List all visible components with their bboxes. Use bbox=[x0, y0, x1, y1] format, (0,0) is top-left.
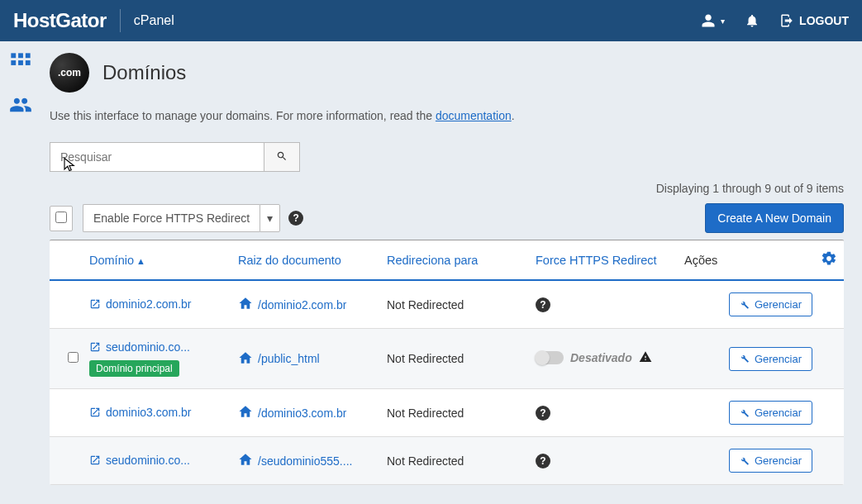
domain-link[interactable]: dominio2.com.br bbox=[89, 297, 192, 311]
svg-rect-4 bbox=[18, 60, 23, 65]
page-icon: .com bbox=[50, 53, 89, 93]
warning-icon bbox=[639, 350, 652, 366]
logout-button[interactable]: LOGOUT bbox=[779, 13, 849, 28]
page-header: .com Domínios bbox=[50, 53, 844, 93]
svg-rect-5 bbox=[26, 60, 31, 65]
https-help-icon[interactable]: ? bbox=[536, 297, 550, 312]
domain-link[interactable]: dominio3.com.br bbox=[89, 406, 192, 419]
home-icon bbox=[238, 296, 253, 313]
redirect-status: Not Redirected bbox=[387, 407, 464, 420]
select-all-checkbox[interactable] bbox=[55, 212, 67, 223]
intro-text: Use this interface to manage your domain… bbox=[50, 109, 844, 122]
table-settings-icon[interactable] bbox=[821, 250, 837, 269]
main-domain-badge: Domínio principal bbox=[89, 360, 179, 377]
https-disabled-label: Desativado bbox=[570, 351, 632, 364]
users-icon[interactable] bbox=[9, 93, 32, 119]
redirect-status: Not Redirected bbox=[387, 298, 464, 311]
redirect-status: Not Redirected bbox=[387, 352, 464, 365]
domain-link[interactable]: seudominio.co... bbox=[89, 340, 190, 354]
main-content: .com Domínios Use this interface to mana… bbox=[41, 41, 862, 502]
force-https-dropdown[interactable]: ▾ bbox=[260, 204, 280, 232]
doc-root-link[interactable]: /public_html bbox=[238, 350, 320, 368]
doc-root-link[interactable]: /seudominio555.... bbox=[238, 452, 352, 469]
sort-asc-icon: ▲ bbox=[136, 256, 145, 266]
col-doc-root[interactable]: Raiz do documento bbox=[238, 254, 387, 267]
domain-link[interactable]: seudominio.co... bbox=[89, 454, 190, 467]
redirect-status: Not Redirected bbox=[387, 454, 464, 468]
home-icon bbox=[238, 404, 253, 421]
manage-button[interactable]: Gerenciar bbox=[729, 292, 812, 316]
logout-label: LOGOUT bbox=[799, 14, 849, 27]
search-input[interactable] bbox=[50, 142, 264, 172]
col-force-https[interactable]: Force HTTPS Redirect bbox=[536, 254, 684, 267]
toolbar: Enable Force HTTPS Redirect ▾ ? Create A… bbox=[50, 203, 844, 233]
force-https-button[interactable]: Enable Force HTTPS Redirect bbox=[83, 204, 260, 232]
brand-divider bbox=[120, 9, 121, 32]
search-button[interactable] bbox=[264, 142, 300, 172]
doc-root-link[interactable]: /dominio2.com.br bbox=[238, 296, 346, 313]
table-header: Domínio▲ Raiz do documento Redireciona p… bbox=[50, 240, 844, 281]
home-icon bbox=[238, 350, 253, 368]
svg-rect-2 bbox=[26, 53, 31, 58]
doc-root-link[interactable]: /dominio3.com.br bbox=[238, 404, 346, 421]
col-domain[interactable]: Domínio▲ bbox=[89, 254, 238, 267]
topbar: HostGator cPanel ▾ LOGOUT bbox=[0, 0, 862, 41]
user-menu[interactable]: ▾ bbox=[701, 13, 725, 28]
notifications-icon[interactable] bbox=[745, 13, 760, 28]
select-all-wrap[interactable] bbox=[50, 206, 73, 231]
col-actions: Ações bbox=[684, 250, 837, 269]
display-count: Displaying 1 through 9 out of 9 items bbox=[50, 182, 844, 195]
https-help-icon[interactable]: ? bbox=[536, 406, 550, 421]
table-row: dominio3.com.br/dominio3.com.brNot Redir… bbox=[50, 389, 844, 437]
sidebar bbox=[0, 41, 41, 502]
svg-rect-3 bbox=[11, 60, 16, 65]
svg-rect-0 bbox=[11, 53, 16, 58]
table-row: seudominio.co...Domínio principal/public… bbox=[50, 329, 844, 389]
search-bar bbox=[50, 142, 844, 172]
brand-logo: HostGator bbox=[13, 9, 107, 32]
manage-button[interactable]: Gerenciar bbox=[729, 401, 812, 425]
table-row: seudominio.co.../seudominio555....Not Re… bbox=[50, 437, 844, 485]
help-icon[interactable]: ? bbox=[288, 211, 303, 226]
domains-table: Domínio▲ Raiz do documento Redireciona p… bbox=[50, 240, 844, 485]
brand-product: cPanel bbox=[134, 13, 174, 28]
manage-button[interactable]: Gerenciar bbox=[729, 449, 812, 473]
apps-grid-icon[interactable] bbox=[9, 51, 32, 77]
https-help-icon[interactable]: ? bbox=[536, 454, 550, 468]
row-checkbox[interactable] bbox=[68, 352, 79, 363]
manage-button[interactable]: Gerenciar bbox=[729, 347, 812, 371]
svg-rect-1 bbox=[18, 53, 23, 58]
col-redirects[interactable]: Redireciona para bbox=[387, 254, 536, 267]
page-title: Domínios bbox=[102, 61, 186, 84]
create-domain-button[interactable]: Create A New Domain bbox=[705, 203, 844, 233]
home-icon bbox=[238, 452, 253, 469]
https-toggle[interactable] bbox=[536, 351, 564, 364]
documentation-link[interactable]: documentation bbox=[436, 109, 512, 122]
table-row: dominio2.com.br/dominio2.com.brNot Redir… bbox=[50, 281, 844, 329]
